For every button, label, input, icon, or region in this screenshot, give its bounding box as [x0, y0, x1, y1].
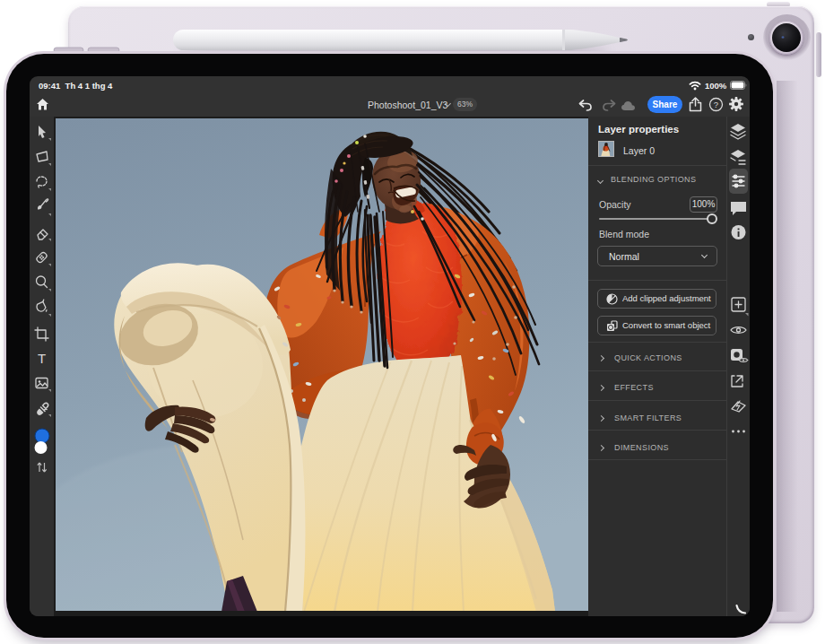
svg-text:T: T	[38, 351, 46, 366]
svg-text:?: ?	[714, 100, 718, 109]
